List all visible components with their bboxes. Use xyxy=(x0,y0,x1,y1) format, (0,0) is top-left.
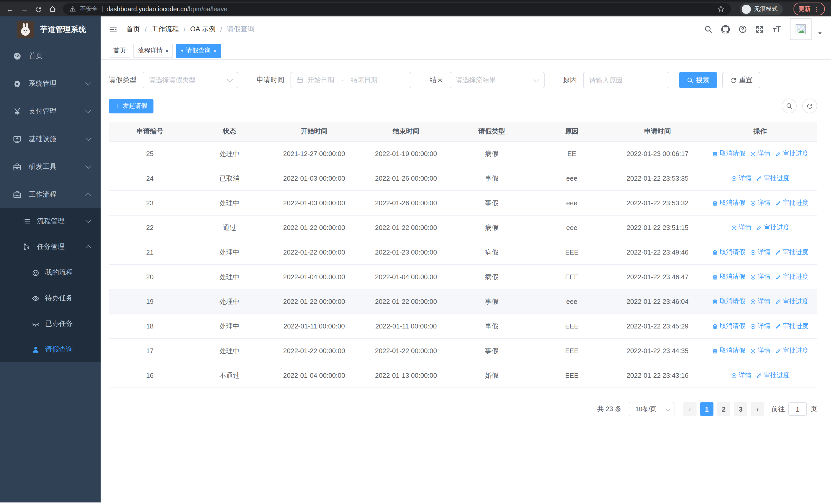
cell-end: 2022-01-04 00:00:00 xyxy=(360,273,452,281)
sidebar-item-task-mgmt[interactable]: 任务管理 xyxy=(0,234,101,260)
chevron-up-icon xyxy=(85,245,91,251)
cancel-leave-link[interactable]: 取消请假 xyxy=(712,199,745,207)
sidebar-item-leave-query[interactable]: 请假查询 xyxy=(0,337,101,362)
cell-type: 病假 xyxy=(452,272,532,281)
sidebar-item-todo-tasks[interactable]: 待办任务 xyxy=(0,285,101,311)
tab-process-detail[interactable]: 流程详情 × xyxy=(134,43,173,58)
tab-home[interactable]: 首页 xyxy=(109,43,131,58)
cancel-leave-link[interactable]: 取消请假 xyxy=(712,272,745,281)
detail-link[interactable]: 详情 xyxy=(731,174,751,183)
search-button[interactable]: 搜索 xyxy=(679,72,717,88)
approval-progress-link[interactable]: 审批进度 xyxy=(756,223,790,232)
detail-link[interactable]: 详情 xyxy=(731,223,751,232)
cancel-leave-link[interactable]: 取消请假 xyxy=(712,149,745,158)
avatar[interactable] xyxy=(790,19,811,40)
cell-start: 2022-01-22 00:00:00 xyxy=(268,224,360,232)
bookmark-star-icon[interactable] xyxy=(717,5,725,13)
address-bar[interactable]: 不安全 dashboard.yudao.iocoder.cn/bpm/oa/le… xyxy=(63,3,731,15)
detail-link[interactable]: 详情 xyxy=(750,272,770,281)
refresh-table-button[interactable] xyxy=(802,98,817,113)
browser-reload-button[interactable] xyxy=(35,5,42,12)
sidebar-item-my-process[interactable]: 我的流程 xyxy=(0,260,101,285)
sidebar-item-workflow[interactable]: 工作流程 xyxy=(0,181,101,208)
browser-update-button[interactable]: 更新 ⋮ xyxy=(794,3,825,16)
app-logo-row[interactable]: 芋道管理系统 xyxy=(0,17,101,42)
breadcrumb-item[interactable]: 工作流程 xyxy=(151,25,179,34)
detail-link[interactable]: 详情 xyxy=(750,248,770,257)
close-icon[interactable]: × xyxy=(213,48,217,54)
sidebar-item-devtools[interactable]: 研发工具 xyxy=(0,153,101,181)
page-button-1[interactable]: 1 xyxy=(700,403,713,416)
update-label: 更新 xyxy=(799,5,810,13)
chevron-down-icon xyxy=(85,217,91,223)
detail-link[interactable]: 详情 xyxy=(750,322,770,330)
sidebar-item-infra[interactable]: 基础设施 xyxy=(0,125,101,153)
table-row: 20 处理中 2022-01-04 00:00:00 2022-01-04 00… xyxy=(109,265,817,290)
page-button-2[interactable]: 2 xyxy=(717,403,730,416)
table-row: 21 处理中 2022-01-22 00:00:00 2022-01-23 00… xyxy=(109,240,817,265)
create-leave-button[interactable]: 发起请假 xyxy=(109,99,153,113)
sidebar-item-label: 基础设施 xyxy=(29,135,86,144)
approval-progress-link[interactable]: 审批进度 xyxy=(756,174,790,183)
next-page-button[interactable]: › xyxy=(751,403,764,416)
detail-link[interactable]: 详情 xyxy=(750,149,770,158)
goto-page-input[interactable] xyxy=(789,403,807,416)
sidebar-item-done-tasks[interactable]: 已办任务 xyxy=(0,311,101,337)
reset-button[interactable]: 重置 xyxy=(722,72,760,88)
cell-type: 事假 xyxy=(452,198,532,208)
approval-progress-link[interactable]: 审批进度 xyxy=(775,272,808,281)
cell-type: 病假 xyxy=(452,223,532,232)
detail-link[interactable]: 详情 xyxy=(731,371,751,380)
browser-home-button[interactable] xyxy=(49,5,56,13)
browser-menu-icon[interactable]: ⋮ xyxy=(813,6,820,12)
tab-leave-query[interactable]: ● 请假查询 × xyxy=(176,43,221,58)
approval-progress-link[interactable]: 审批进度 xyxy=(775,322,808,330)
breadcrumb-item[interactable]: 首页 xyxy=(126,25,140,34)
cell-status: 处理中 xyxy=(191,248,268,257)
approval-progress-link[interactable]: 审批进度 xyxy=(775,248,808,257)
search-icon[interactable] xyxy=(704,25,712,33)
detail-link[interactable]: 详情 xyxy=(750,347,770,355)
sidebar-collapse-icon[interactable] xyxy=(109,25,118,34)
cell-type: 事假 xyxy=(452,322,532,331)
sidebar-item-payment[interactable]: 支付管理 xyxy=(0,97,101,125)
sidebar-item-label: 我的流程 xyxy=(45,268,73,277)
cancel-leave-link[interactable]: 取消请假 xyxy=(712,248,745,257)
approval-progress-link[interactable]: 审批进度 xyxy=(775,199,808,207)
table-row: 18 处理中 2022-01-11 00:00:00 2022-01-11 00… xyxy=(109,314,817,339)
approval-progress-link[interactable]: 审批进度 xyxy=(775,347,808,355)
font-size-icon[interactable] xyxy=(773,25,781,34)
cell-id: 21 xyxy=(109,248,191,256)
approval-progress-link[interactable]: 审批进度 xyxy=(756,371,790,380)
show-search-icon-button[interactable] xyxy=(782,98,797,113)
detail-link[interactable]: 详情 xyxy=(750,297,770,306)
approval-progress-link[interactable]: 审批进度 xyxy=(775,149,808,158)
page-size-select[interactable]: 10条/页 xyxy=(629,402,675,416)
cancel-leave-link[interactable]: 取消请假 xyxy=(712,322,745,330)
fullscreen-icon[interactable] xyxy=(755,25,764,33)
eye-icon xyxy=(32,294,39,302)
github-icon[interactable] xyxy=(721,25,730,34)
sidebar-item-system[interactable]: 系统管理 xyxy=(0,70,101,97)
browser-back-button[interactable]: ← xyxy=(6,5,14,13)
avatar-caret-icon[interactable] xyxy=(817,30,823,36)
detail-link[interactable]: 详情 xyxy=(750,199,770,207)
close-icon[interactable]: × xyxy=(165,48,169,54)
help-icon[interactable] xyxy=(739,25,747,33)
incognito-label: 无痕模式 xyxy=(754,5,778,13)
approval-progress-link[interactable]: 审批进度 xyxy=(775,297,808,306)
leave-type-select[interactable]: 请选择请假类型 xyxy=(143,72,238,88)
prev-page-button[interactable]: ‹ xyxy=(683,403,696,416)
cancel-leave-link[interactable]: 取消请假 xyxy=(712,297,745,306)
breadcrumb-item[interactable]: OA 示例 xyxy=(190,25,216,34)
page-button-3[interactable]: 3 xyxy=(734,403,747,416)
create-leave-label: 发起请假 xyxy=(123,101,147,110)
cancel-leave-link[interactable]: 取消请假 xyxy=(712,347,745,355)
sidebar-item-home[interactable]: 首页 xyxy=(0,42,101,70)
table-row: 17 处理中 2022-01-22 00:00:00 2022-01-22 00… xyxy=(109,339,817,363)
sidebar-item-process-mgmt[interactable]: 流程管理 xyxy=(0,208,101,234)
reason-input[interactable] xyxy=(583,72,669,88)
apply-time-range-picker[interactable]: 开始日期 - 结束日期 xyxy=(290,72,411,88)
browser-forward-button[interactable]: → xyxy=(21,5,28,13)
result-select[interactable]: 请选择流结果 xyxy=(450,72,545,88)
